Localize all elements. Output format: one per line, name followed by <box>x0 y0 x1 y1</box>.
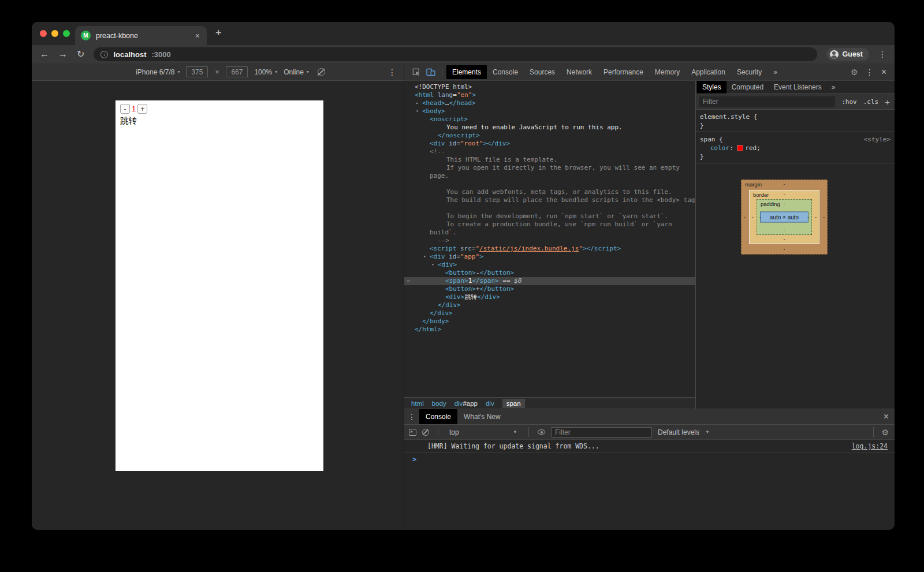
dom-tree-row[interactable]: ⋯<span>1</span> == $0 <box>404 277 695 285</box>
breadcrumb-item-span[interactable]: span <box>502 399 525 408</box>
dom-tree-row[interactable]: build`. <box>404 229 695 237</box>
styles-tab-styles[interactable]: Styles <box>697 81 726 94</box>
boxmodel-border-top-value[interactable]: - <box>784 192 785 197</box>
styles-filter-input[interactable] <box>699 96 835 107</box>
dom-tree-row[interactable]: --> <box>404 237 695 245</box>
dom-tree-row[interactable]: ▾<div> <box>404 261 695 269</box>
styles-tab-computed[interactable]: Computed <box>726 81 769 94</box>
increment-button[interactable]: + <box>137 104 147 114</box>
dom-tree-row[interactable]: <button>+</button> <box>404 285 695 293</box>
breadcrumb-item-html[interactable]: html <box>411 400 424 407</box>
boxmodel-margin[interactable]: margin border padding auto × auto ---- -… <box>741 180 828 255</box>
drawer-menu-icon[interactable]: ⋮ <box>404 413 419 421</box>
dom-tree-row[interactable]: <noscript> <box>404 115 695 124</box>
devtools-tab-console[interactable]: Console <box>487 65 524 79</box>
breadcrumb-item-div-app[interactable]: div#app <box>454 400 478 407</box>
collapse-arrow-icon[interactable]: ▾ <box>431 261 438 269</box>
devtools-tab-performance[interactable]: Performance <box>598 65 649 79</box>
dom-tree-row[interactable]: ▾<div id="app"> <box>404 253 695 261</box>
more-tabs-icon[interactable]: » <box>769 68 782 76</box>
dom-tree-row[interactable]: <html lang="en"> <box>404 91 695 99</box>
dom-tree-row[interactable]: <div id="root"></div> <box>404 140 695 148</box>
rule-origin-link[interactable]: <style> <box>864 135 891 144</box>
dom-tree-row[interactable]: <div>跳转</div> <box>404 293 695 301</box>
css-property-value[interactable]: red; <box>745 144 761 152</box>
boxmodel-border[interactable]: border padding auto × auto ---- ---- <box>749 190 819 244</box>
breadcrumb-item-body[interactable]: body <box>432 400 446 407</box>
boxmodel-margin-bottom-value[interactable]: - <box>784 247 785 252</box>
console-message-source-link[interactable]: log.js:24 <box>852 442 888 450</box>
device-select[interactable]: iPhone 6/7/8 ▾ <box>136 68 180 76</box>
boxmodel-margin-left-value[interactable]: - <box>744 215 746 220</box>
css-declaration[interactable]: color: red; <box>700 144 895 152</box>
console-filter-input[interactable] <box>551 427 652 438</box>
dom-tree-row[interactable]: To begin the development, run `npm start… <box>404 212 695 220</box>
dom-tree-row[interactable]: <button>-</button> <box>404 269 695 277</box>
dom-tree-row[interactable] <box>404 180 695 188</box>
device-height-input[interactable] <box>226 66 248 77</box>
log-levels-select[interactable]: Default levels ▼ <box>658 428 710 436</box>
dom-tree-row[interactable] <box>404 204 695 212</box>
boxmodel-margin-right-value[interactable]: - <box>823 215 825 220</box>
reload-icon[interactable]: ↻ <box>77 50 84 59</box>
rule-selector[interactable]: span { <box>700 136 723 143</box>
console-tab-what-s-new[interactable]: What's New <box>457 409 507 424</box>
dom-tree-row[interactable]: The build step will place the bundled sc… <box>404 196 695 204</box>
context-selector[interactable]: top ▼ <box>447 428 520 436</box>
profile-button[interactable]: Guest <box>826 48 869 61</box>
boxmodel-border-right-value[interactable]: - <box>815 215 817 220</box>
boxmodel-padding-top-value[interactable]: - <box>784 201 785 207</box>
color-swatch[interactable] <box>737 145 743 151</box>
browser-tab[interactable]: M preact-kbone × <box>75 26 207 45</box>
boxmodel-padding-right-value[interactable]: - <box>807 215 809 220</box>
back-icon[interactable]: ← <box>40 50 49 59</box>
site-info-icon[interactable]: i <box>100 51 108 58</box>
address-bar[interactable]: i localhost:3000 <box>94 47 817 61</box>
dom-tree-row[interactable]: ▸<head>…</head> <box>404 99 695 107</box>
dom-tree-row[interactable]: </div> <box>404 301 695 309</box>
boxmodel-padding-left-value[interactable]: - <box>759 215 761 220</box>
breadcrumb-item-div[interactable]: div <box>486 400 494 407</box>
dom-tree-row[interactable]: ▾<body> <box>404 107 695 115</box>
device-toolbar-toggle-icon[interactable] <box>424 68 438 76</box>
new-tab-icon[interactable]: + <box>215 27 222 39</box>
dom-tree-row[interactable]: <!-- <box>404 148 695 156</box>
console-settings-icon[interactable]: ⚙ <box>881 428 889 436</box>
dom-tree-row[interactable]: </html> <box>404 326 695 334</box>
styles-more-tabs-icon[interactable]: » <box>827 83 840 91</box>
device-width-input[interactable] <box>186 66 208 77</box>
console-tab-console[interactable]: Console <box>419 409 457 424</box>
dom-tree-row[interactable]: <script src="/static/js/index.bundle.js"… <box>404 245 695 253</box>
throttling-select[interactable]: Online ▾ <box>284 68 309 76</box>
collapse-arrow-icon[interactable]: ▾ <box>416 107 422 115</box>
dom-tree-row[interactable]: If you open it directly in the browser, … <box>404 164 695 172</box>
boxmodel-border-left-value[interactable]: - <box>752 215 754 220</box>
boxmodel-padding-bottom-value[interactable]: - <box>784 227 785 233</box>
devtools-close-icon[interactable]: × <box>881 68 886 77</box>
devtools-tab-security[interactable]: Security <box>731 65 767 79</box>
clear-console-icon[interactable] <box>422 429 429 436</box>
collapse-arrow-icon[interactable]: ▾ <box>423 253 430 261</box>
rotate-icon[interactable] <box>318 68 325 76</box>
nav-link[interactable]: 跳转 <box>120 115 319 126</box>
style-rule-inline[interactable]: element.style { } <box>696 110 895 132</box>
tab-close-icon[interactable]: × <box>194 31 201 40</box>
dom-tree-row[interactable]: </noscript> <box>404 132 695 140</box>
devtools-settings-icon[interactable]: ⚙ <box>851 68 858 76</box>
live-expression-eye-icon[interactable] <box>538 429 545 435</box>
dom-tree-row[interactable]: To create a production bundle, use `npm … <box>404 220 695 229</box>
class-toggle[interactable]: .cls <box>863 98 879 106</box>
dom-tree-row[interactable]: <!DOCTYPE html> <box>404 83 695 91</box>
devtools-tab-elements[interactable]: Elements <box>446 65 487 79</box>
boxmodel-content[interactable]: auto × auto <box>760 212 808 223</box>
dom-tree-row[interactable]: You can add webfonts, meta tags, or anal… <box>404 188 695 196</box>
forward-icon[interactable]: → <box>58 50 68 59</box>
inspect-icon[interactable] <box>409 68 423 76</box>
devtools-tab-sources[interactable]: Sources <box>524 65 561 79</box>
boxmodel-margin-top-value[interactable]: - <box>784 182 785 187</box>
css-property-name[interactable]: color <box>710 144 729 152</box>
styles-tab-event-listeners[interactable]: Event Listeners <box>769 81 827 94</box>
console-close-icon[interactable]: × <box>884 412 889 421</box>
rule-selector[interactable]: element.style { <box>700 113 757 121</box>
devtools-menu-icon[interactable]: ⋮ <box>866 68 874 76</box>
